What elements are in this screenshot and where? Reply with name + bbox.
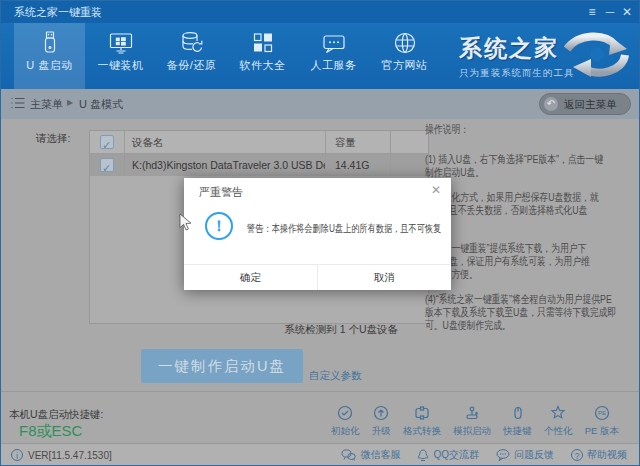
breadcrumb-current: U 盘模式 [79, 97, 123, 112]
device-list-header: 设备名 容量 [90, 131, 428, 154]
instruction-line: 择格式化方式，如果用户想保存U盘数据，就 [425, 191, 640, 204]
device-row[interactable]: K:(hd3)Kingston DataTraveler 3.0 USB Dev… [90, 154, 428, 176]
tools-bar: 初始化 升级 格式转换 模拟启动 快捷键 个性化 [331, 405, 619, 438]
tab-label: 官方网站 [369, 58, 440, 73]
custom-params-link[interactable]: 自定义参数 [309, 369, 362, 383]
tool-format-convert[interactable]: 格式转换 [403, 405, 441, 438]
status-bar: i VER[11.5.47.1530] 微信客服 QQ交流群 问题反馈 ? [1, 444, 640, 466]
tool-upgrade[interactable]: 升级 [372, 405, 391, 438]
menu-icon[interactable]: ≡ [583, 1, 601, 23]
main-nav: U 盘启动 一键装机 备份/还原 [1, 23, 639, 89]
website-globe-icon [392, 30, 418, 56]
minimize-icon[interactable]: ─ [601, 1, 619, 23]
instruction-line: 可。U盘便制作完成。 [425, 319, 640, 332]
tab-one-key-install[interactable]: 一键装机 [85, 23, 156, 89]
wechat-icon [341, 449, 356, 461]
close-icon[interactable]: ✕ [618, 1, 636, 23]
brand-tagline: 只为重装系统而生的工具 [459, 67, 575, 80]
tool-pe-version[interactable]: PE PE 版本 [585, 405, 619, 438]
instructions-panel: 操作说明： (1) 插入U盘，右下角选择“PE版本”，点击一键制作启动U盘。择格… [425, 122, 640, 344]
mouse-cursor [179, 213, 192, 232]
device-name: K:(hd3)Kingston DataTraveler 3.0 USB Dev… [124, 154, 325, 176]
personalize-icon [550, 405, 566, 421]
tool-label: 初始化 [331, 425, 360, 438]
tool-label: PE 版本 [585, 425, 619, 438]
warning-circle-icon: ！ [205, 212, 233, 240]
tool-label: 个性化 [544, 425, 573, 438]
cancel-button[interactable]: 取消 [318, 265, 451, 290]
select-all-checkbox[interactable] [100, 135, 114, 149]
make-boot-usb-button[interactable]: 一键制作启动U盘 [141, 349, 303, 383]
link-label: QQ交流群 [433, 448, 479, 462]
confirm-button[interactable]: 确定 [184, 265, 318, 290]
dialog-close-icon[interactable]: ✕ [431, 183, 441, 197]
instruction-line: 化U盘且不丢失数据，否则选择格式化U盘 [425, 204, 640, 217]
help-icon: ? [571, 449, 583, 461]
info-icon: i [11, 449, 23, 461]
brand-logo: 系统之家 [459, 33, 559, 64]
tool-initialize[interactable]: 初始化 [331, 405, 360, 438]
device-capacity: 14.41G [325, 154, 390, 176]
instruction-line: 统之家一键重装”提供系统下载，为用户下 [425, 242, 640, 255]
init-check-icon [337, 405, 353, 421]
version-info: i VER[11.5.47.1530] [11, 449, 112, 461]
qq-icon [417, 449, 429, 462]
column-capacity: 容量 [325, 131, 390, 153]
link-label: 问题反馈 [514, 448, 554, 462]
instruction-line: 存至U盘，保证用户有系统可装，为用户维 [425, 255, 640, 268]
tool-label: 升级 [372, 425, 391, 438]
service-chat-icon [321, 30, 347, 56]
software-grid-icon [250, 30, 276, 56]
instruction-line: (1) 插入U盘，右下角选择“PE版本”，点击一键 [425, 153, 640, 166]
help-video-link[interactable]: ? 帮助视频 [571, 448, 627, 462]
tool-personalize[interactable]: 个性化 [544, 405, 573, 438]
instruction-line: 据。 [425, 217, 640, 230]
breadcrumb-root[interactable]: 主菜单 [30, 97, 63, 112]
dialog-title: 严重警告 [199, 185, 243, 200]
simulate-boot-icon [464, 405, 480, 421]
tab-software[interactable]: 软件大全 [227, 23, 298, 89]
instruction-line: 装带来方便。 [425, 268, 640, 281]
qq-group-link[interactable]: QQ交流群 [417, 448, 479, 462]
detected-status: 系统检测到 1 个U盘设备 [284, 323, 398, 337]
feedback-link[interactable]: 问题反馈 [496, 448, 554, 462]
return-main-menu-button[interactable]: ↶ 返回主菜单 [539, 93, 631, 115]
format-convert-icon [414, 405, 430, 421]
content-area: 请选择: 设备名 容量 K:(hd3)Kingston DataTraveler… [1, 119, 640, 466]
link-label: 微信客服 [360, 448, 400, 462]
tab-label: 一键装机 [85, 58, 156, 73]
tool-hotkeys[interactable]: 快捷键 [503, 405, 532, 438]
breadcrumb-bar: 主菜单 ▶ U 盘模式 ↶ 返回主菜单 [1, 89, 639, 119]
brand-swoosh-icon [561, 29, 633, 81]
tool-simulate-boot[interactable]: 模拟启动 [453, 405, 491, 438]
tool-label: 模拟启动 [453, 425, 491, 438]
instruction-paragraph: (1) 插入U盘，右下角选择“PE版本”，点击一键制作启动U盘。 [425, 153, 640, 179]
app-window: 系统之家一键重装 ≡ ─ ✕ U 盘启动 一键装机 [0, 0, 640, 466]
usb-drive-icon [37, 30, 63, 56]
device-checkbox[interactable] [100, 158, 114, 172]
device-rows: K:(hd3)Kingston DataTraveler 3.0 USB Dev… [90, 154, 428, 176]
title-bar: 系统之家一键重装 ≡ ─ ✕ [1, 1, 639, 23]
back-arrow-icon: ↶ [544, 97, 558, 111]
tab-usb-boot[interactable]: U 盘启动 [14, 23, 85, 89]
column-device-name: 设备名 [124, 131, 325, 153]
instruction-paragraph: 择格式化方式，如果用户想保存U盘数据，就化U盘且不丢失数据，否则选择格式化U盘据… [425, 191, 640, 230]
svg-text:PE: PE [598, 410, 606, 416]
tab-website[interactable]: 官方网站 [369, 23, 440, 89]
tab-label: 人工服务 [298, 58, 369, 73]
instruction-line: (4)“系统之家一键重装”将全程自动为用户提供PE [425, 293, 640, 306]
upgrade-arrow-icon [373, 405, 389, 421]
wechat-support-link[interactable]: 微信客服 [341, 448, 400, 462]
tab-label: 软件大全 [227, 58, 298, 73]
instructions-title: 操作说明： [425, 122, 640, 137]
back-button-label: 返回主菜单 [564, 98, 617, 112]
tab-service[interactable]: 人工服务 [298, 23, 369, 89]
backup-restore-icon [179, 30, 205, 56]
divider [1, 391, 640, 392]
instruction-line: 版本下载及系统下载至U盘，只需等待下载完成即 [425, 306, 640, 319]
tab-label: 备份/还原 [156, 58, 227, 73]
tab-label: U 盘启动 [14, 58, 85, 73]
version-text: VER[11.5.47.1530] [28, 450, 112, 461]
tool-label: 快捷键 [503, 425, 532, 438]
tab-backup-restore[interactable]: 备份/还原 [156, 23, 227, 89]
